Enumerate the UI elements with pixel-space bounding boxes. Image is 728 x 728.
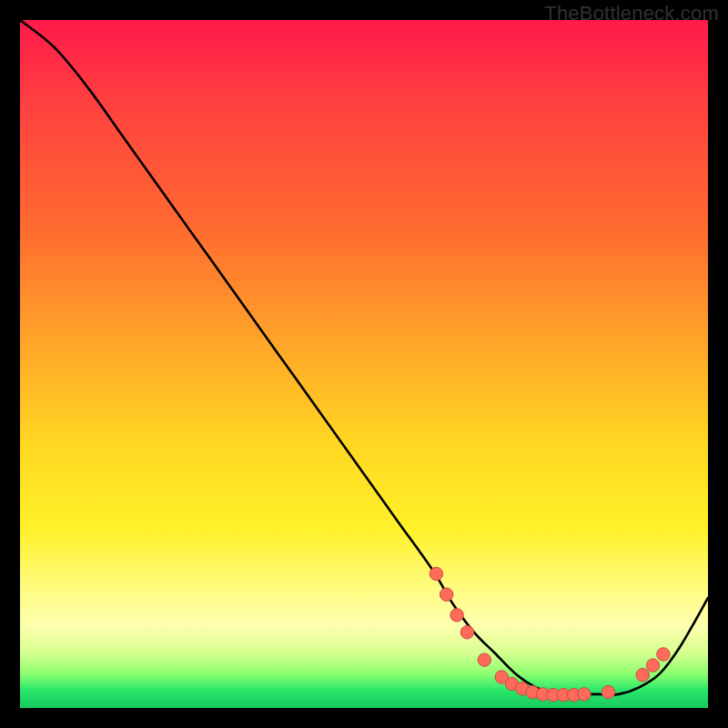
- bottleneck-curve-path: [20, 20, 708, 694]
- curve-marker: [450, 609, 463, 622]
- curve-marker: [440, 588, 453, 601]
- curve-marker: [657, 648, 670, 661]
- watermark-text: TheBottleneck.com: [544, 2, 719, 25]
- curve-marker: [460, 626, 473, 639]
- curve-marker: [636, 669, 649, 682]
- curve-marker: [478, 653, 490, 666]
- curve-marker: [578, 688, 591, 701]
- plot-area: [20, 20, 708, 708]
- curve-marker: [430, 567, 442, 580]
- curve-marker: [646, 659, 659, 672]
- curve-markers: [430, 567, 670, 701]
- bottleneck-curve-svg: [20, 20, 708, 708]
- chart-frame: TheBottleneck.com: [0, 0, 728, 728]
- curve-marker: [602, 685, 614, 698]
